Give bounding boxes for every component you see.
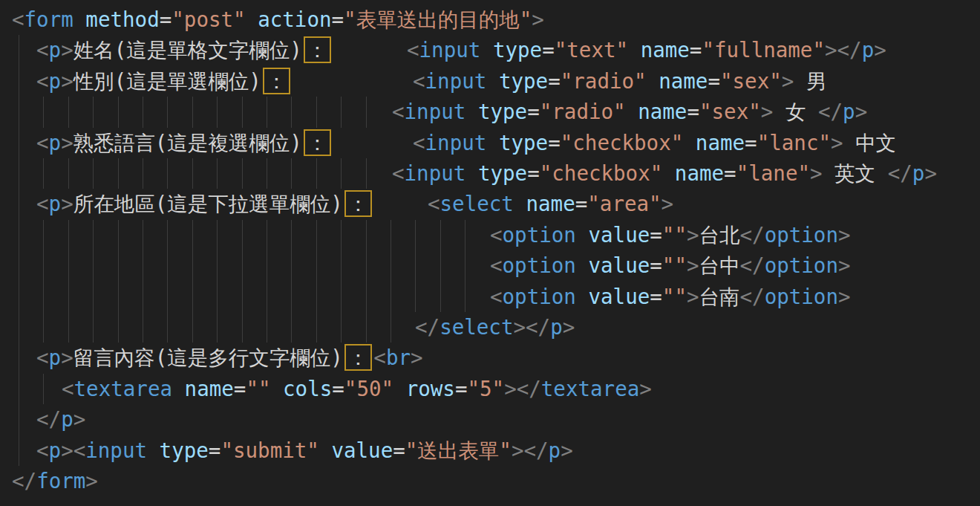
- code-line[interactable]: <option value="">台北</option>: [0, 220, 980, 250]
- code-line[interactable]: <option value="">台南</option>: [0, 282, 980, 312]
- code-line[interactable]: <p>性別(這是單選欄位)：<input type="radio" name="…: [0, 66, 980, 97]
- code-token: p: [49, 438, 62, 462]
- code-token: p: [843, 100, 855, 123]
- code-token: =: [548, 69, 561, 93]
- code-line[interactable]: </select></p>: [0, 312, 980, 343]
- code-token: 性別(這是單選欄位): [74, 69, 261, 93]
- code-token: "checkbox": [540, 161, 663, 185]
- code-line[interactable]: </p>: [0, 404, 980, 435]
- code-line[interactable]: <p>所在地區(這是下拉選單欄位)：<select name="area">: [0, 189, 980, 219]
- code-line[interactable]: <option value="">台中</option>: [0, 250, 980, 281]
- code-token: =: [650, 253, 662, 277]
- code-segment: </form>: [12, 466, 98, 496]
- code-token: "表單送出的目的地": [344, 7, 532, 31]
- indent-guide: [118, 250, 119, 281]
- code-token: >: [61, 346, 74, 369]
- indent-guide: [43, 282, 44, 312]
- indent-guide: [192, 220, 193, 250]
- indent-guide: [93, 250, 94, 281]
- indent-guide: [68, 220, 69, 250]
- indent-guide: [19, 97, 19, 127]
- code-segment: <option value="">台中</option>: [490, 250, 851, 281]
- code-token: =: [708, 69, 720, 93]
- indent-guide: [291, 97, 292, 127]
- indent-guide: [217, 312, 218, 343]
- indent-guide: [118, 312, 119, 343]
- code-line[interactable]: <input type="radio" name="sex"> 女 </p>: [0, 97, 980, 127]
- indent-guide: [316, 312, 317, 343]
- code-token: "sex": [720, 69, 782, 93]
- indent-guide: [93, 158, 94, 189]
- code-token: >: [687, 253, 699, 277]
- code-token: </: [740, 285, 765, 308]
- code-token: 熟悉語言(這是複選欄位): [74, 131, 302, 155]
- code-line[interactable]: <p>熟悉語言(這是複選欄位)：<input type="checkbox" n…: [0, 128, 980, 158]
- code-token: "送出表單": [405, 438, 512, 462]
- code-segment: </p>: [36, 404, 85, 435]
- code-token: =: [650, 223, 662, 247]
- indent-guide: [391, 282, 391, 312]
- code-token: "radio": [540, 100, 626, 123]
- code-token: "5": [467, 377, 504, 400]
- code-editor[interactable]: <form method="post" action="表單送出的目的地"><p…: [0, 0, 980, 506]
- indent-guide: [167, 158, 168, 189]
- code-token: [172, 377, 185, 400]
- code-line[interactable]: <form method="post" action="表單送出的目的地">: [0, 4, 980, 35]
- code-token: >: [532, 7, 544, 31]
- code-token: =: [234, 377, 246, 400]
- code-token: form: [24, 7, 74, 31]
- code-token: ><: [61, 438, 85, 462]
- code-segment: </select></p>: [415, 312, 575, 343]
- code-token: p: [49, 69, 62, 93]
- code-token: <: [392, 100, 405, 123]
- code-line[interactable]: <p><input type="submit" value="送出表單"></p…: [0, 435, 980, 466]
- code-token: name: [185, 377, 234, 400]
- code-token: [626, 100, 638, 123]
- code-token: </: [888, 161, 912, 185]
- code-token: option: [765, 285, 838, 308]
- code-token: select: [440, 192, 514, 215]
- code-token: =: [332, 7, 344, 31]
- code-line[interactable]: <p>留言內容(這是多行文字欄位)：<br>: [0, 343, 980, 373]
- indent-guide: [192, 158, 193, 189]
- code-token: >: [639, 377, 652, 400]
- code-token: type: [499, 69, 548, 93]
- indent-guide: [93, 220, 94, 250]
- code-line[interactable]: <input type="checkbox" name="lane"> 英文 <…: [0, 158, 980, 189]
- indent-guide: [43, 158, 44, 189]
- indent-guide: [143, 97, 143, 127]
- code-token: select: [440, 315, 513, 339]
- code-token: option: [765, 223, 838, 247]
- code-token: p: [49, 131, 62, 155]
- code-token: >: [411, 346, 423, 369]
- code-token: [662, 161, 675, 185]
- code-token: input: [419, 38, 481, 62]
- code-token: </: [36, 407, 61, 431]
- code-line[interactable]: <textarea name="" cols="50" rows="5"></t…: [0, 374, 980, 404]
- indent-guide: [267, 97, 267, 127]
- code-token: p: [912, 161, 925, 185]
- code-line[interactable]: <p>姓名(這是單格文字欄位)：<input type="text" name=…: [0, 35, 980, 65]
- indent-guide: [341, 158, 342, 189]
- indent-guide: [43, 97, 44, 127]
- code-token: <: [12, 7, 24, 31]
- code-token: 英文: [823, 161, 888, 185]
- code-token: =: [575, 192, 588, 215]
- unicode-highlight-box: ：: [304, 36, 332, 63]
- indent-guide: [242, 250, 243, 281]
- code-token: </: [12, 469, 36, 493]
- indent-guide: [316, 97, 317, 127]
- code-token: p: [49, 38, 62, 62]
- code-token: =: [724, 161, 736, 185]
- code-token: </: [415, 315, 440, 339]
- code-token: "post": [172, 7, 245, 31]
- indent-guide: [291, 220, 292, 250]
- code-token: input: [405, 161, 466, 185]
- code-segment: <select name="area">: [428, 189, 673, 219]
- code-line[interactable]: </form>: [0, 466, 980, 496]
- code-token: >: [561, 438, 573, 462]
- code-token: "radio": [561, 69, 647, 93]
- indent-guide: [316, 220, 317, 250]
- code-token: p: [862, 38, 875, 62]
- code-token: method: [85, 7, 159, 31]
